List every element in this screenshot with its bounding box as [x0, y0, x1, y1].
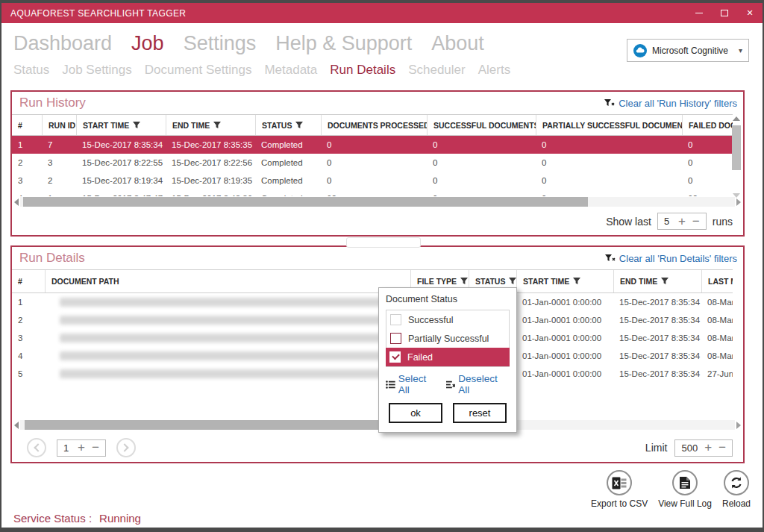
decrement-icon[interactable]: − [692, 216, 700, 227]
filter-icon[interactable] [213, 122, 221, 129]
decrement-icon[interactable]: − [718, 442, 726, 453]
microsoft-cognitive-icon [633, 44, 647, 57]
filter-icon[interactable] [509, 278, 516, 285]
col-num: # [12, 270, 45, 292]
scroll-left-icon[interactable] [14, 422, 19, 429]
maximize-button[interactable] [712, 3, 737, 23]
run-details-row[interactable]: 3 01-Jan-0001 0:00:00 15-Dec-2017 8:35:3… [12, 329, 733, 347]
scroll-up-icon[interactable] [733, 116, 740, 121]
tab-job-settings[interactable]: Job Settings [62, 63, 132, 78]
tab-status[interactable]: Status [13, 63, 49, 78]
reset-button[interactable]: reset [453, 403, 507, 423]
col-end-time: END TIME [166, 115, 255, 135]
decrement-icon[interactable]: − [92, 442, 99, 453]
next-page-button[interactable] [116, 438, 136, 457]
filter-icon[interactable] [460, 278, 468, 285]
col-num: # [12, 115, 42, 135]
page-number-value: 1 [63, 442, 71, 454]
run-history-horizontal-scrollbar[interactable] [12, 196, 743, 207]
filter-icon[interactable] [573, 278, 580, 285]
blurred-document-path [60, 369, 410, 378]
minimize-button[interactable] [686, 3, 712, 23]
show-last-runs-stepper[interactable]: 5 + − [657, 213, 707, 230]
scroll-right-icon[interactable] [736, 198, 741, 206]
scroll-left-icon[interactable] [14, 198, 19, 206]
tab-scheduler[interactable]: Scheduler [408, 63, 466, 78]
popup-title: Document Status [386, 294, 510, 304]
filter-option-failed[interactable]: Failed [386, 348, 510, 366]
run-history-panel: Run History Clear all 'Run History' filt… [10, 90, 745, 237]
nav-job[interactable]: Job [131, 32, 164, 55]
window-title: AQUAFOREST SEARCHLIGHT TAGGER [1, 8, 686, 19]
tab-document-settings[interactable]: Document Settings [145, 63, 252, 78]
close-button[interactable]: ✕ [737, 3, 763, 23]
filter-option-successful[interactable]: Successful [386, 310, 509, 329]
scrollbar-thumb[interactable] [732, 125, 741, 170]
app-window: AQUAFOREST SEARCHLIGHT TAGGER ✕ Dashboar… [0, 0, 764, 532]
filter-icon[interactable] [295, 122, 303, 129]
increment-icon[interactable]: + [78, 442, 85, 453]
col-documents-processed: DOCUMENTS PROCESSED [321, 115, 427, 135]
checkbox-checked[interactable] [389, 351, 401, 363]
run-details-panel: Run Details Clear all 'Run Details' filt… [10, 245, 745, 463]
status-bar: Service Status : Running [13, 512, 141, 525]
col-end-time: END TIME [613, 270, 701, 292]
run-details-row[interactable]: 1 01-Jan-0001 0:00:00 15-Dec-2017 8:35:3… [12, 293, 733, 311]
document-status-filter-popup: Document Status Successful Partially Suc… [378, 287, 517, 433]
panel-splitter-handle[interactable] [346, 237, 421, 248]
blurred-document-path [60, 316, 410, 325]
select-all-link[interactable]: Select All [386, 373, 439, 395]
filter-option-partially-successful[interactable]: Partially Successful [386, 329, 509, 348]
increment-icon[interactable]: + [704, 442, 712, 453]
run-details-row[interactable]: 5 01-Jan-0001 0:00:00 15-Dec-2017 8:35:3… [12, 365, 733, 383]
run-history-vertical-scrollbar[interactable] [732, 115, 742, 199]
scroll-right-icon[interactable] [736, 422, 741, 429]
tab-alerts[interactable]: Alerts [478, 63, 510, 78]
view-full-log-button[interactable]: View Full Log [658, 470, 712, 509]
ok-button[interactable]: ok [389, 403, 442, 423]
run-details-row[interactable]: 2 01-Jan-0001 0:00:00 15-Dec-2017 8:35:3… [12, 311, 733, 329]
nav-settings[interactable]: Settings [184, 32, 257, 55]
filter-icon[interactable] [133, 122, 140, 129]
scrollbar-thumb[interactable] [25, 420, 382, 430]
show-last-runs-value: 5 [664, 216, 671, 227]
run-history-row[interactable]: 3 2 15-Dec-2017 8:19:34 15-Dec-2017 8:19… [12, 172, 733, 190]
run-history-row-clipped[interactable]: 4 1 15-Dec-2017 8:47:47 15-Dec-2017 8:48… [12, 190, 733, 196]
export-to-csv-button[interactable]: Export to CSV [591, 470, 648, 509]
maximize-icon [721, 10, 728, 16]
engine-selector-value: Microsoft Cognitive [652, 46, 733, 56]
select-all-icon [386, 381, 395, 389]
deselect-all-link[interactable]: Deselect All [446, 373, 510, 395]
scroll-down-icon[interactable] [733, 193, 740, 198]
chevron-down-icon: ▾ [739, 46, 742, 54]
excel-export-icon [612, 477, 627, 489]
filter-icon[interactable] [661, 278, 668, 285]
run-history-title: Run History [19, 96, 86, 110]
deselect-all-icon [446, 381, 456, 389]
tab-run-details[interactable]: Run Details [330, 63, 395, 78]
increment-icon[interactable]: + [678, 216, 686, 227]
log-document-icon [679, 476, 691, 489]
tab-metadata[interactable]: Metadata [264, 63, 317, 78]
run-details-row[interactable]: 4 01-Jan-0001 0:00:00 15-Dec-2017 8:35:3… [12, 347, 733, 365]
blurred-document-path [60, 298, 399, 307]
checkbox-unchecked[interactable] [390, 333, 401, 344]
previous-page-button[interactable] [27, 438, 46, 457]
col-successful-documents: SUCCESSFUL DOCUMENTS [427, 115, 536, 135]
page-number-stepper[interactable]: 1 + − [57, 439, 106, 457]
run-history-row[interactable]: 2 3 15-Dec-2017 8:22:55 15-Dec-2017 8:22… [12, 154, 733, 172]
checkbox-unchecked[interactable] [390, 314, 401, 325]
nav-help-support[interactable]: Help & Support [275, 32, 412, 55]
limit-stepper[interactable]: 500 + − [674, 439, 733, 457]
col-start-time: START TIME [516, 270, 613, 292]
engine-selector-dropdown[interactable]: Microsoft Cognitive ▾ [627, 39, 749, 62]
col-document-path: DOCUMENT PATH [45, 270, 410, 292]
clear-run-details-filters-link[interactable]: Clear all 'Run Details' filters [605, 253, 737, 264]
run-details-horizontal-scrollbar[interactable] [12, 419, 743, 431]
run-history-row[interactable]: 1 7 15-Dec-2017 8:35:34 15-Dec-2017 8:35… [12, 136, 733, 154]
nav-dashboard[interactable]: Dashboard [13, 32, 112, 55]
reload-button[interactable]: Reload [722, 470, 751, 509]
clear-run-history-filters-link[interactable]: Clear all 'Run History' filters [604, 98, 737, 109]
nav-about[interactable]: About [431, 32, 484, 55]
scrollbar-thumb[interactable] [23, 197, 588, 207]
